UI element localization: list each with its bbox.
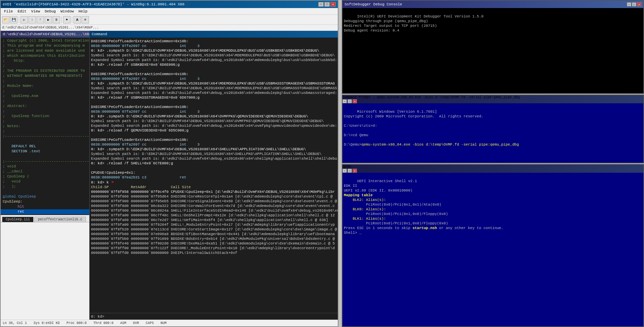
main-window: eXDI 'exdiclsid={F56FC1A6-3422-4320-A7F3… (0, 0, 338, 327)
path-text: d:\edk2\Build\OvmFX64\DEBUG_VS201...\X64… (2, 26, 99, 30)
source-line-16[interactable]: ; (1, 119, 89, 124)
soft-debugger-text: Intel(R) UEFI Development Kit Debugger T… (344, 14, 484, 33)
source-line-5[interactable]: ; (1, 63, 89, 68)
status-mode: ASM (120, 321, 126, 325)
cmd-line-41: 00000000`07f8fb60 00000000`07e096a8 BDSD… (91, 232, 338, 236)
source-line-8[interactable]: ; (1, 78, 89, 84)
source-line-11[interactable]: ; CpuSleep.Asm (1, 94, 89, 99)
soft-debugger-content[interactable]: Intel(R) UEFI Development Kit Debugger T… (342, 8, 643, 93)
cmd-line-36: 00000000`07f8f900 00000000`06c8024a SHEL… (91, 208, 338, 213)
menu-file[interactable]: File (2, 9, 15, 14)
source-line-28[interactable]: ; void (1, 179, 89, 184)
cmd-line-37: 00000000`07f8fa00 00000000`06c7f48c SHEL… (91, 213, 338, 218)
command-pane[interactable]: DXECORE!PeCoffLoaderExtraActionCommon+0x… (90, 38, 338, 313)
qemu-close[interactable]: ✕ (353, 169, 357, 173)
soft-debugger-title-bar: SoftDebugger Debug Console ─ □ ✕ (342, 1, 643, 8)
source-line-32[interactable]: CpuSleep: (1, 199, 89, 204)
qemu-window: QEMU ─ □ ✕ UEFI Interactive Shell v2.1 E… (342, 164, 644, 327)
source-pane[interactable]: ; Copyright (c) 2006, Intel Corporation;… (1, 38, 90, 215)
cmd-line-35: 00000000`07f8f8d0 00000000`06c8a322 DXEC… (91, 204, 338, 208)
source-line-10[interactable]: ; (1, 89, 89, 94)
toolbar-step-out[interactable]: ↑ (37, 16, 44, 23)
command-title: Command (92, 32, 107, 36)
source-line-20[interactable] (1, 139, 89, 144)
toolbar-step-in[interactable]: ↓ (29, 16, 36, 23)
status-sys: Sys 0:eXDI KD (34, 321, 60, 325)
cmd-line-5: 0: kd> .reload /f USBKBDXE=0x0`6D6E000;g (91, 62, 338, 67)
source-line-6[interactable]: ; THE PROGRAM IS DISTRIBUTED UNDER TH (1, 68, 89, 73)
source-line-29[interactable]: ; ); (1, 184, 89, 189)
source-line-27[interactable]: ; CpuSleep ( (1, 174, 89, 179)
source-line-31[interactable]: global CpuSleep (1, 194, 89, 199)
cmd-line-9: 0: kd> .sympath D:\EDK2\BUILD\OVMFX64\DE… (91, 81, 338, 86)
cmd-line-40: 00000000`07f8fb20 00000000`07e113cd DXEC… (91, 227, 338, 232)
menu-debug[interactable]: Debug (43, 9, 58, 14)
cmd-line-13 (91, 100, 338, 105)
toolbar-sep3 (72, 16, 72, 23)
cmd-line-27 (91, 166, 338, 170)
menu-window[interactable]: Window (58, 9, 76, 14)
source-line-30[interactable] (1, 189, 89, 194)
qemu-content[interactable]: UEFI Interactive Shell v2.1 EDK II UEFI … (342, 173, 643, 326)
cmd-line-38: 00000000`07f8fa60 00000000`06c7e2d7 SHEL… (91, 218, 338, 222)
sd-max[interactable]: □ (632, 2, 636, 6)
source-line-24[interactable]: ;---------------------------------------… (1, 159, 89, 164)
toolbar-save[interactable]: 💾 (10, 16, 17, 23)
cmd-win-min[interactable]: ─ (342, 99, 347, 103)
source-line-0[interactable]: ; Copyright (c) 2006, Intel Corporation (1, 38, 89, 43)
tab-pecoff[interactable]: pecoffextraactionlib.c (34, 217, 86, 222)
toolbar-step-over[interactable]: ▷ (20, 16, 28, 23)
qemu-title-buttons: ─ □ ✕ (342, 169, 643, 173)
source-line-21[interactable]: DEFAULT REL (1, 144, 89, 149)
cmd-line-7: DXECORE!PeCoffLoaderExtraActionCommon+0x… (91, 72, 338, 76)
menu-view[interactable]: View (29, 9, 42, 14)
source-line-1[interactable]: ; This program and the accompanying m (1, 43, 89, 48)
source-line-4[interactable]: ; http: (1, 58, 89, 63)
source-line-23[interactable] (1, 154, 89, 159)
cmd-win-max[interactable]: □ (348, 99, 352, 103)
menu-edit[interactable]: Edit (15, 9, 28, 14)
close-button[interactable]: ✕ (330, 2, 336, 7)
source-line-18[interactable]: ; (1, 129, 89, 134)
toolbar-bp[interactable]: ● (63, 16, 71, 23)
toolbar-break[interactable]: ⏸ (53, 16, 60, 23)
source-line-2[interactable]: ; are licensed and made available und (1, 48, 89, 53)
source-title-bar: d:\edk2\Build\OvmFX64\DEBUG_VS201...\X64… (1, 31, 89, 38)
source-line-7[interactable]: ; WITHOUT WARRANTIES OR REPRESENTATI (1, 73, 89, 78)
source-line-9[interactable]: ; Module Name: (1, 84, 89, 89)
maximize-button[interactable]: □ (324, 2, 330, 7)
source-line-34[interactable]: ret (1, 209, 89, 214)
toolbar-sym[interactable]: ⚙ (82, 16, 89, 23)
cmd-line-30: 0: kd> k ➔ (91, 180, 338, 185)
source-line-26[interactable]: ; __cdecl (1, 169, 89, 174)
menu-help[interactable]: Help (77, 9, 89, 14)
cmd-win-close[interactable]: ✕ (353, 99, 357, 103)
cmd-prompt-window: Command Prompt - qemu-system-x86_64.exe … (342, 95, 644, 163)
source-line-22[interactable]: SECTION .text (1, 149, 89, 154)
toolbar-A[interactable]: A (74, 16, 81, 23)
command-input[interactable] (106, 315, 338, 319)
qemu-max[interactable]: □ (348, 169, 352, 173)
menu-bar: File Edit View Debug Window Help (1, 8, 338, 15)
qemu-min[interactable]: ─ (342, 169, 347, 173)
minimize-button[interactable]: ─ (318, 2, 324, 7)
cmd-title-buttons: ─ □ ✕ (342, 99, 643, 103)
source-line-15[interactable]: ; CpuSleep function (1, 114, 89, 119)
status-thrd: Thrd 000:0 (93, 321, 113, 325)
cmd-line-4: Expanded Symbol search path is: d:\edk2\… (91, 58, 338, 62)
sd-close[interactable]: ✕ (637, 2, 641, 6)
source-line-33[interactable]: hlt (1, 204, 89, 209)
source-line-19[interactable]: ;---------------------------------------… (1, 134, 89, 139)
source-line-25[interactable]: ; void (1, 164, 89, 169)
toolbar-go[interactable]: ▶ (45, 16, 52, 23)
source-line-14[interactable]: ; (1, 109, 89, 114)
sd-min[interactable]: ─ (627, 2, 631, 6)
source-line-13[interactable]: ; Abstract: (1, 104, 89, 109)
cmd-prompt-content[interactable]: Microsoft Windows [Version 6.1.7601] Cop… (342, 103, 643, 163)
cmd-line-22: 0038:00000000`07fa2697 cc int 3 (91, 142, 338, 147)
toolbar-open[interactable]: 📂 (2, 16, 9, 23)
source-line-12[interactable]: ; (1, 99, 89, 104)
tab-cpusleep[interactable]: CpuSleep.iii (2, 217, 34, 222)
source-line-17[interactable]: ; Notes: (1, 124, 89, 129)
source-line-3[interactable]: ; which accompanies this distribution (1, 53, 89, 58)
